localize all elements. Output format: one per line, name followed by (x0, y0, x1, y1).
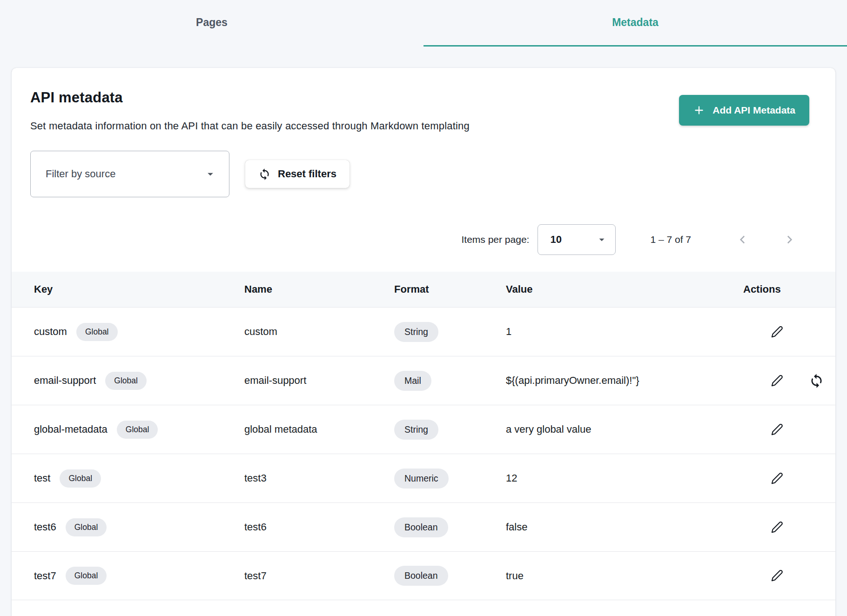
page-title: API metadata (30, 89, 470, 106)
edit-button[interactable] (769, 471, 785, 486)
table-row: custom Global custom String 1 (12, 307, 835, 356)
row-key: test7 (34, 570, 56, 582)
table-body: custom Global custom String 1 email-supp… (12, 307, 835, 600)
filter-by-source-label: Filter by source (46, 168, 115, 180)
row-format-pill: String (394, 322, 438, 342)
refresh-icon (809, 373, 824, 388)
row-name: email-support (244, 375, 394, 387)
next-page-button[interactable] (782, 233, 796, 247)
pencil-icon (769, 422, 785, 437)
row-key: global-metadata (34, 423, 108, 435)
page-subtitle: Set metadata information on the API that… (30, 120, 470, 132)
tab-metadata-label: Metadata (612, 16, 659, 29)
row-format-pill: Numeric (394, 469, 449, 489)
items-per-page-label: Items per page: (462, 234, 530, 245)
api-metadata-card: API metadata Set metadata information on… (12, 68, 835, 616)
edit-button[interactable] (769, 324, 785, 340)
chevron-left-icon (736, 233, 750, 247)
row-value: false (506, 521, 743, 533)
metadata-table: Key Name Format Value Actions custom Glo… (12, 272, 835, 600)
row-key: custom (34, 326, 67, 338)
global-badge: Global (76, 323, 118, 341)
row-value: ${(api.primaryOwner.email)!"} (506, 375, 743, 387)
plus-icon (693, 104, 705, 116)
global-badge: Global (66, 567, 107, 585)
column-header-key: Key (34, 283, 244, 295)
table-header-row: Key Name Format Value Actions (12, 272, 835, 307)
row-refresh-button[interactable] (809, 373, 824, 388)
tab-bar: Pages Metadata (0, 0, 847, 47)
pencil-icon (769, 373, 785, 388)
pencil-icon (769, 568, 785, 583)
row-value: 12 (506, 472, 743, 484)
row-value: true (506, 570, 743, 582)
pencil-icon (769, 324, 785, 340)
items-per-page-value: 10 (550, 234, 561, 246)
paginator: Items per page: 10 1 – 7 of 7 (12, 197, 835, 272)
reset-filters-label: Reset filters (278, 168, 336, 180)
edit-button[interactable] (769, 373, 785, 388)
column-header-actions: Actions (743, 283, 813, 295)
global-badge: Global (117, 421, 158, 439)
table-row: test Global test3 Numeric 12 (12, 454, 835, 502)
table-row: test7 Global test7 Boolean true (12, 551, 835, 600)
add-api-metadata-button[interactable]: Add API Metadata (679, 95, 809, 126)
add-api-metadata-label: Add API Metadata (713, 105, 795, 116)
row-format-pill: Boolean (394, 566, 448, 586)
chevron-down-icon (204, 167, 217, 181)
chevron-down-icon (596, 234, 608, 246)
edit-button[interactable] (769, 568, 785, 583)
items-per-page-select[interactable]: 10 (538, 224, 616, 255)
global-badge: Global (66, 518, 107, 536)
edit-button[interactable] (769, 520, 785, 535)
tab-pages-label: Pages (196, 16, 228, 29)
filters-row: Filter by source Reset filters (30, 151, 809, 197)
column-header-format: Format (394, 283, 506, 295)
card-header: API metadata Set metadata information on… (12, 68, 835, 197)
reset-filters-button[interactable]: Reset filters (245, 160, 350, 188)
filter-by-source-select[interactable]: Filter by source (30, 151, 229, 197)
global-badge: Global (105, 372, 147, 390)
row-key: test6 (34, 521, 56, 533)
previous-page-button[interactable] (736, 233, 750, 247)
refresh-icon (258, 168, 271, 181)
row-value: a very global value (506, 423, 743, 435)
table-row: global-metadata Global global metadata S… (12, 405, 835, 454)
tab-pages[interactable]: Pages (0, 0, 424, 47)
edit-button[interactable] (769, 422, 785, 437)
pencil-icon (769, 471, 785, 486)
row-key: email-support (34, 375, 96, 387)
global-badge: Global (60, 469, 101, 488)
row-name: global metadata (244, 423, 394, 435)
row-key: test (34, 472, 50, 484)
row-value: 1 (506, 326, 743, 338)
row-name: test3 (244, 472, 394, 484)
column-header-name: Name (244, 283, 394, 295)
row-format-pill: String (394, 420, 438, 440)
row-format-pill: Mail (394, 371, 431, 391)
table-row: email-support Global email-support Mail … (12, 356, 835, 405)
chevron-right-icon (782, 233, 796, 247)
column-header-value: Value (506, 283, 743, 295)
row-name: test7 (244, 570, 394, 582)
row-format-pill: Boolean (394, 517, 448, 537)
page-range-label: 1 – 7 of 7 (650, 234, 691, 245)
tab-metadata[interactable]: Metadata (424, 0, 847, 47)
row-name: custom (244, 326, 394, 338)
table-row: test6 Global test6 Boolean false (12, 502, 835, 551)
row-name: test6 (244, 521, 394, 533)
title-block: API metadata Set metadata information on… (30, 89, 470, 132)
pencil-icon (769, 520, 785, 535)
